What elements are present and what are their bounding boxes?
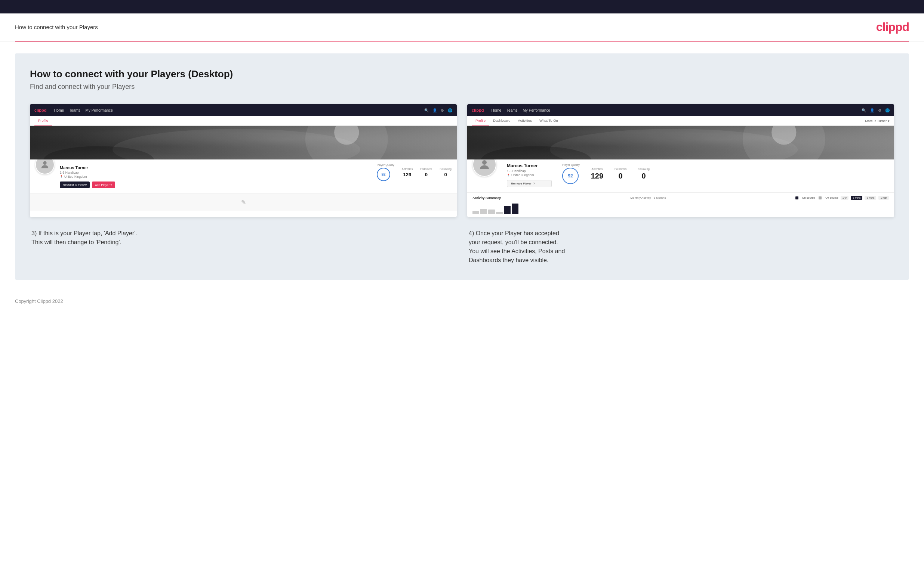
left-quality-circle: 92 [377,168,390,181]
right-profile-info: Marcus Turner 1-5 Handicap 📍 United King… [507,163,552,187]
right-globe-icon[interactable]: 🌐 [885,108,890,113]
right-stats: Player Quality 92 Activities 129 Followe… [562,163,649,184]
right-activity-controls: On course Off course 1 yr 6 mths 3 mths … [795,196,889,200]
request-follow-button[interactable]: Request to Follow [60,182,90,188]
right-tab-profile[interactable]: Profile [472,116,489,126]
screenshots-row: clippd Home Teams My Performance 🔍 👤 ⚙ 🌐… [30,104,894,217]
svg-point-4 [43,161,46,165]
right-nav-logo: clippd [472,108,484,113]
right-quality-circle: 92 [562,168,578,184]
right-activity-section: Activity Summary Monthly Activity - 6 Mo… [467,192,894,217]
caption-right: 4) Once your Player has acceptedyour req… [469,229,893,265]
header: How to connect with your Players clippd [0,13,924,42]
location-icon: 📍 [60,175,63,178]
right-banner [467,126,894,160]
person-icon[interactable]: 👤 [433,108,437,113]
chart-bar-3 [488,210,495,214]
svg-point-9 [482,160,487,165]
screenshot-left: clippd Home Teams My Performance 🔍 👤 ⚙ 🌐… [30,104,457,217]
activity-btn-1yr[interactable]: 1 yr [841,196,849,200]
left-buttons: Request to Follow Add Player + [60,182,372,188]
right-tab-activities[interactable]: Activities [514,116,535,126]
captions-row: 3) If this is your Player tap, 'Add Play… [30,229,894,265]
right-nav-right: 🔍 👤 ⚙ 🌐 [862,108,890,113]
right-stat-following: Following 0 [638,167,649,181]
off-course-legend-label: Off course [825,196,838,200]
left-banner [30,126,457,160]
left-stat-following: Following 0 [439,167,452,177]
globe-icon[interactable]: 🌐 [448,108,452,113]
screenshot-right: clippd Home Teams My Performance 🔍 👤 ⚙ 🌐… [467,104,894,217]
left-nav-home[interactable]: Home [54,108,64,113]
chart-bar-6 [512,203,519,214]
right-tab-dashboard[interactable]: Dashboard [489,116,514,126]
edit-icon: ✎ [241,199,246,206]
off-course-legend-dot [819,197,822,200]
right-location-icon: 📍 [507,174,510,177]
activity-btn-1mth[interactable]: 1 mth [879,196,889,200]
left-tab-profile[interactable]: Profile [34,116,52,126]
left-bottom-area: ✎ [30,193,457,211]
right-tab-username: Marcus Turner ▾ [865,119,890,123]
footer: Copyright Clippd 2022 [0,291,924,311]
plus-icon: + [110,183,112,187]
chart-bar-4 [496,212,503,214]
settings-icon[interactable]: ⚙ [441,108,444,113]
search-icon[interactable]: 🔍 [424,108,429,113]
copyright-text: Copyright Clippd 2022 [15,298,63,304]
main-title: How to connect with your Players (Deskto… [30,68,894,80]
left-player-location: 📍 United Kingdom [60,175,372,179]
right-nav-performance[interactable]: My Performance [523,108,550,113]
chart-bar-1 [472,211,479,214]
add-player-button[interactable]: Add Player + [92,182,115,188]
left-player-name: Marcus Turner [60,166,372,170]
chart-bar-2 [480,209,487,214]
left-stat-quality: Player Quality 92 [377,163,394,181]
right-profile-stats-row: Marcus Turner 1-5 Handicap 📍 United King… [467,160,894,192]
remove-player-button[interactable]: Remove Player ✕ [507,180,552,187]
activity-btn-6mths[interactable]: 6 mths [851,196,862,200]
right-settings-icon[interactable]: ⚙ [878,108,881,113]
on-course-legend-dot [795,197,798,200]
left-tabs: Profile [30,116,457,126]
right-search-icon[interactable]: 🔍 [862,108,866,113]
caption-right-box: 4) Once your Player has acceptedyour req… [467,229,894,265]
main-content: How to connect with your Players (Deskto… [15,53,909,280]
right-chart-bars [472,203,889,214]
left-nav-teams[interactable]: Teams [69,108,80,113]
left-profile-info: Marcus Turner 1-5 Handicap 📍 United King… [60,166,372,188]
right-player-handicap: 1-5 Handicap [507,169,552,173]
left-player-handicap: 1-5 Handicap [60,171,372,174]
right-player-location: 📍 United Kingdom [507,173,552,177]
right-activity-title: Activity Summary [472,196,501,200]
left-stat-activities: Activities 129 [402,167,413,177]
caption-left: 3) If this is your Player tap, 'Add Play… [31,229,455,247]
top-bar [0,0,924,13]
left-nav-performance[interactable]: My Performance [86,108,113,113]
right-nav-home[interactable]: Home [491,108,501,113]
chart-bar-5 [504,206,510,214]
right-stat-quality: Player Quality 92 [562,163,580,184]
right-nav-teams[interactable]: Teams [506,108,517,113]
right-player-name: Marcus Turner [507,163,552,168]
right-tabs: Profile Dashboard Activities What To On … [467,116,894,126]
caption-left-box: 3) If this is your Player tap, 'Add Play… [30,229,457,265]
left-nav: clippd Home Teams My Performance 🔍 👤 ⚙ 🌐 [30,104,457,116]
on-course-legend-label: On course [802,196,815,200]
right-nav: clippd Home Teams My Performance 🔍 👤 ⚙ 🌐 [467,104,894,116]
right-stat-followers: Followers 0 [614,167,627,181]
right-activity-header: Activity Summary Monthly Activity - 6 Mo… [472,196,889,200]
close-icon: ✕ [533,182,536,185]
right-person-icon[interactable]: 👤 [870,108,874,113]
left-nav-logo: clippd [34,108,46,113]
activity-btn-3mths[interactable]: 3 mths [864,196,876,200]
clippd-logo: clippd [876,20,909,34]
left-stat-followers: Followers 0 [420,167,432,177]
left-stats: Player Quality 92 Activities 129 Followe… [377,163,452,181]
page-title: How to connect with your Players [15,24,98,30]
right-stat-activities: Activities 129 [591,167,603,181]
right-activity-subtitle: Monthly Activity - 6 Months [630,196,666,200]
main-subtitle: Find and connect with your Players [30,83,894,91]
left-nav-right: 🔍 👤 ⚙ 🌐 [424,108,452,113]
right-tab-whattoon[interactable]: What To On [536,116,562,126]
